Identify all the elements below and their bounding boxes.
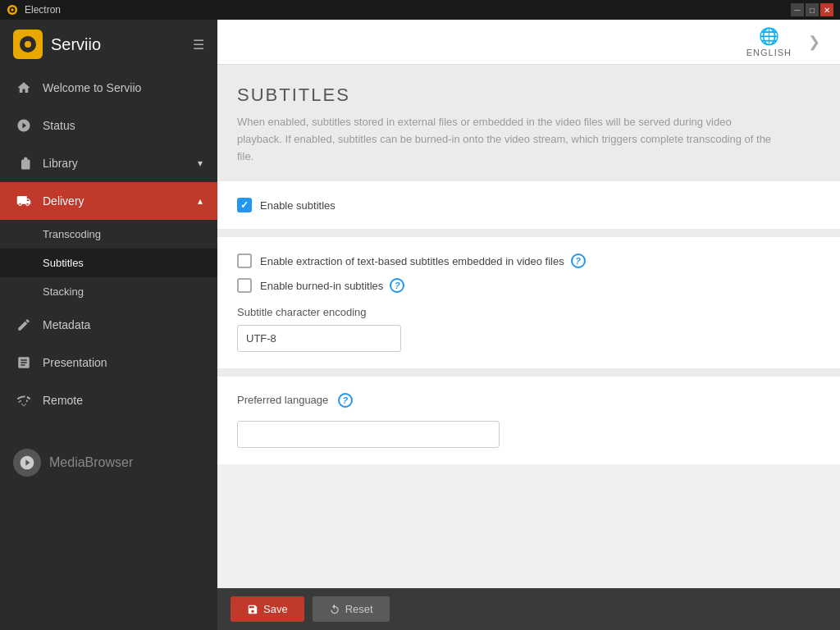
char-encoding-field: Subtitle character encoding <box>237 306 820 352</box>
bottom-bar: Save Reset <box>217 588 840 630</box>
title-bar-text: Electron <box>25 4 61 16</box>
sidebar-item-status-label: Status <box>43 119 75 132</box>
library-icon <box>15 154 33 172</box>
app-icon <box>7 4 18 16</box>
close-button[interactable]: ✕ <box>820 3 833 16</box>
save-button[interactable]: Save <box>231 596 304 622</box>
char-encoding-label: Subtitle character encoding <box>237 306 820 318</box>
chevron-up-icon: ▴ <box>198 195 203 207</box>
logo-icon <box>13 30 43 59</box>
burned-in-help-icon[interactable]: ? <box>390 278 404 293</box>
preferred-language-input[interactable] <box>237 421 500 448</box>
media-browser-label: MediaBrowser <box>49 455 133 470</box>
divider-1 <box>217 229 840 237</box>
sidebar-item-presentation[interactable]: Presentation <box>0 344 217 381</box>
enable-burned-in-label: Enable burned-in subtitles <box>260 280 383 292</box>
panel-toggle-button[interactable]: ❯ <box>805 30 824 54</box>
minimize-button[interactable]: ─ <box>791 3 804 16</box>
main-content: 🌐 ENGLISH ❯ SUBTITLES When enabled, subt… <box>217 20 840 630</box>
preferred-language-help-icon[interactable]: ? <box>338 393 353 408</box>
logo-icon-inner <box>20 36 36 52</box>
sidebar: Serviio ☰ Welcome to Serviio Status Libr… <box>0 20 217 630</box>
extraction-help-icon[interactable]: ? <box>571 253 586 268</box>
sidebar-subitem-transcoding-label: Transcoding <box>43 228 101 240</box>
sidebar-item-delivery[interactable]: Delivery ▴ <box>0 182 217 220</box>
enable-subtitles-label: Enable subtitles <box>260 199 336 212</box>
sidebar-subitem-stacking[interactable]: Stacking <box>0 277 217 306</box>
page-title: SUBTITLES <box>237 84 820 106</box>
menu-toggle-button[interactable]: ☰ <box>193 37 204 52</box>
sidebar-subitem-stacking-label: Stacking <box>43 285 84 298</box>
main-header: 🌐 ENGLISH ❯ <box>217 20 840 65</box>
window-controls: ─ □ ✕ <box>791 3 833 16</box>
enable-subtitles-row: Enable subtitles <box>237 198 820 212</box>
status-icon <box>15 116 33 135</box>
sidebar-item-metadata-label: Metadata <box>43 318 90 331</box>
chevron-down-icon: ▾ <box>198 158 203 169</box>
sidebar-item-remote[interactable]: Remote <box>0 381 217 419</box>
reset-icon <box>329 604 340 615</box>
sidebar-subitem-transcoding[interactable]: Transcoding <box>0 220 217 249</box>
preferred-language-block: Preferred language ? <box>217 377 840 464</box>
maximize-button[interactable]: □ <box>806 3 819 16</box>
language-label: ENGLISH <box>746 48 792 57</box>
save-icon <box>247 604 258 615</box>
reset-button[interactable]: Reset <box>313 596 390 622</box>
sidebar-header: Serviio ☰ <box>0 20 217 69</box>
sidebar-item-delivery-label: Delivery <box>43 194 84 208</box>
sidebar-item-remote-label: Remote <box>43 394 83 407</box>
char-encoding-input[interactable] <box>237 325 401 352</box>
enable-subtitles-block: Enable subtitles <box>217 181 840 229</box>
preferred-language-label: Preferred language ? <box>237 393 820 408</box>
globe-icon: 🌐 <box>759 26 779 46</box>
svg-point-2 <box>11 8 14 11</box>
sidebar-footer[interactable]: MediaBrowser <box>0 436 217 490</box>
delivery-icon <box>15 192 33 210</box>
enable-subtitles-checkbox[interactable] <box>237 198 252 212</box>
sidebar-item-library[interactable]: Library ▾ <box>0 144 217 182</box>
sidebar-subitem-subtitles-label: Subtitles <box>43 257 84 269</box>
title-bar: Electron ─ □ ✕ <box>0 0 840 20</box>
sidebar-item-welcome-label: Welcome to Serviio <box>43 81 141 94</box>
home-icon <box>15 79 33 97</box>
enable-extraction-checkbox[interactable] <box>237 253 252 268</box>
enable-extraction-label: Enable extraction of text-based subtitle… <box>260 255 564 267</box>
sidebar-item-metadata[interactable]: Metadata <box>0 306 217 344</box>
logo-icon-dot <box>25 41 31 48</box>
media-browser-icon <box>13 449 41 477</box>
metadata-icon <box>15 316 33 334</box>
enable-burned-in-checkbox[interactable] <box>237 278 252 293</box>
content-area: SUBTITLES When enabled, subtitles stored… <box>217 65 840 588</box>
sidebar-item-status[interactable]: Status <box>0 107 217 144</box>
sidebar-item-library-label: Library <box>43 157 78 170</box>
section-header: SUBTITLES When enabled, subtitles stored… <box>217 65 840 181</box>
sidebar-item-welcome[interactable]: Welcome to Serviio <box>0 69 217 107</box>
sidebar-subitem-subtitles[interactable]: Subtitles <box>0 249 217 277</box>
subtitle-options-block: Enable extraction of text-based subtitle… <box>217 237 840 368</box>
app-name: Serviio <box>51 35 101 54</box>
remote-icon <box>15 391 33 409</box>
app-body: Serviio ☰ Welcome to Serviio Status Libr… <box>0 20 840 630</box>
enable-extraction-row: Enable extraction of text-based subtitle… <box>237 253 820 268</box>
language-selector[interactable]: 🌐 ENGLISH <box>746 26 792 57</box>
sidebar-item-presentation-label: Presentation <box>43 356 107 369</box>
page-description: When enabled, subtitles stored in extern… <box>237 114 778 165</box>
enable-burned-in-row: Enable burned-in subtitles ? <box>237 278 820 293</box>
presentation-icon <box>15 354 33 372</box>
divider-2 <box>217 368 840 377</box>
